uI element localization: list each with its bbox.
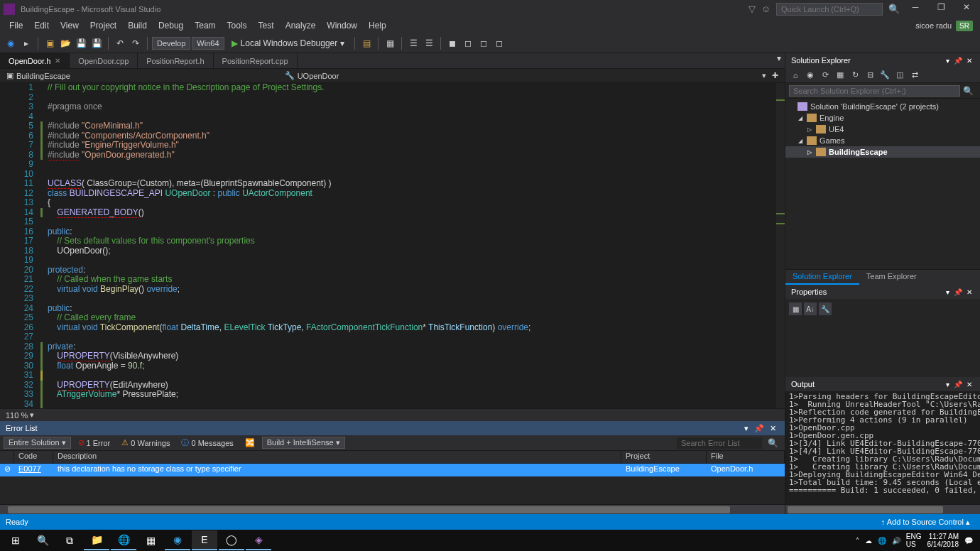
tray-clock[interactable]: 11:27 AM 6/14/2018 [927, 533, 959, 548]
errorlist-search[interactable] [677, 437, 762, 449]
sync-icon[interactable]: ⟳ [819, 69, 832, 82]
toolbar-icon[interactable]: ◻ [461, 36, 475, 50]
panel-pin-button[interactable]: 📌 [952, 381, 964, 388]
nav-back-button[interactable]: ◉ [4, 36, 18, 50]
col-description[interactable]: Description [53, 451, 621, 463]
quick-launch-input[interactable] [776, 3, 883, 16]
menu-test[interactable]: Test [253, 19, 280, 32]
panel-close-button[interactable]: ✕ [767, 424, 779, 433]
chrome-icon[interactable]: 🌐 [111, 530, 136, 550]
start-button[interactable]: ⊞ [3, 530, 28, 550]
col-project[interactable]: Project [621, 451, 707, 463]
messages-filter[interactable]: ⓘ0 Messages [177, 437, 237, 449]
tab-positionreport-h[interactable]: PositionReport.h [138, 53, 213, 68]
build-filter[interactable]: Build + IntelliSense ▾ [262, 437, 345, 449]
filter-icon[interactable]: 🔀 [241, 437, 259, 448]
toolbar-icon[interactable]: ☰ [406, 36, 420, 50]
menu-view[interactable]: View [55, 19, 85, 32]
errorlist-scope[interactable]: Entire Solution ▾ [4, 437, 71, 449]
open-button[interactable]: 📂 [58, 36, 72, 50]
file-explorer-icon[interactable]: 📁 [84, 530, 109, 550]
source-control-button[interactable]: ↑ Add to Source Control ▴ [877, 518, 974, 527]
search-icon[interactable]: 🔍 [960, 86, 976, 96]
col-file[interactable]: File [707, 451, 785, 463]
user-name[interactable]: sicoe radu [915, 21, 952, 30]
show-all-icon[interactable]: ▦ [834, 69, 846, 82]
tab-opendoor-cpp[interactable]: OpenDoor.cpp [70, 53, 138, 68]
menu-tools[interactable]: Tools [222, 19, 253, 32]
refresh-icon[interactable]: ↻ [849, 69, 861, 82]
solution-explorer-header[interactable]: Solution Explorer ▾ 📌 ✕ [785, 53, 980, 67]
alpha-sort-icon[interactable]: A↓ [804, 302, 817, 315]
toolbar-icon[interactable]: ◻ [477, 36, 491, 50]
output-scrollbar[interactable] [785, 504, 980, 514]
ms-store-icon[interactable]: ▦ [138, 530, 163, 550]
home-icon[interactable]: ⌂ [789, 69, 802, 82]
panel-pin-button[interactable]: 📌 [751, 424, 767, 433]
tab-solution-explorer[interactable]: Solution Explorer [785, 270, 859, 285]
tree-buildingescape[interactable]: ▷BuildingEscape [785, 146, 980, 158]
solution-search-input[interactable] [789, 85, 960, 97]
toolbar-icon[interactable]: ◻ [492, 36, 506, 50]
tray-volume-icon[interactable]: 🔊 [892, 537, 900, 545]
breadcrumb-class[interactable]: 🔧 UOpenDoor [282, 71, 342, 80]
col-icon[interactable] [0, 451, 14, 463]
debug-start-button[interactable]: ▶Local Windows Debugger ▾ [226, 37, 351, 50]
redo-button[interactable]: ↷ [129, 36, 143, 50]
new-project-button[interactable]: ▣ [43, 36, 57, 50]
horizontal-scrollbar[interactable] [0, 504, 785, 514]
search-icon[interactable]: 🔍 [888, 4, 900, 14]
notifications-icon[interactable]: ▽ [748, 4, 756, 14]
user-badge[interactable]: SR [956, 21, 973, 31]
tab-team-explorer[interactable]: Team Explorer [859, 270, 924, 285]
menu-window[interactable]: Window [321, 19, 363, 32]
properties-icon[interactable]: 🔧 [878, 69, 891, 82]
menu-file[interactable]: File [4, 19, 28, 32]
tree-games-folder[interactable]: ◢Games [785, 135, 980, 146]
feedback-icon[interactable]: ☺ [761, 4, 771, 14]
categorize-icon[interactable]: ▦ [789, 302, 802, 315]
zoom-dropdown[interactable]: ▾ [28, 410, 36, 420]
panel-dropdown-button[interactable]: ▾ [944, 57, 952, 65]
tab-opendoor-h[interactable]: OpenDoor.h✕ [0, 53, 70, 68]
panel-dropdown-button[interactable]: ▾ [741, 424, 751, 433]
col-code[interactable]: Code [14, 451, 53, 463]
tree-engine-folder[interactable]: ◢Engine [785, 112, 980, 124]
vs-icon[interactable]: ◈ [246, 530, 271, 550]
menu-team[interactable]: Team [189, 19, 221, 32]
menu-edit[interactable]: Edit [28, 19, 55, 32]
minimize-button[interactable]: ─ [905, 2, 925, 16]
panel-close-button[interactable]: ✕ [964, 57, 974, 65]
tree-solution[interactable]: Solution 'BuildingEscape' (2 projects) [785, 101, 980, 112]
panel-close-button[interactable]: ✕ [964, 381, 974, 388]
close-button[interactable]: ✕ [957, 2, 976, 16]
tray-network-icon[interactable]: 🌐 [878, 537, 886, 545]
panel-pin-button[interactable]: 📌 [952, 288, 964, 296]
view-icon[interactable]: ⇄ [908, 69, 921, 82]
toolbar-icon[interactable]: ▤ [359, 36, 374, 50]
breadcrumb-project[interactable]: ▣ BuildingEscape [4, 71, 73, 80]
config-dropdown[interactable]: Develop [152, 37, 190, 50]
collapse-icon[interactable]: ⊟ [864, 69, 876, 82]
split-editor-button[interactable]: ✚ [769, 71, 781, 80]
panel-close-button[interactable]: ✕ [964, 288, 974, 296]
output-header[interactable]: Output ▾ 📌 ✕ [785, 377, 980, 391]
errorlist-header[interactable]: Error List ▾ 📌 ✕ [0, 421, 785, 435]
nav-fwd-button[interactable]: ▸ [19, 36, 33, 50]
save-button[interactable]: 💾 [74, 36, 88, 50]
close-icon[interactable]: ✕ [55, 57, 60, 65]
menu-help[interactable]: Help [363, 19, 392, 32]
undo-button[interactable]: ↶ [113, 36, 127, 50]
maximize-button[interactable]: ❐ [931, 2, 951, 16]
properties-header[interactable]: Properties ▾ 📌 ✕ [785, 285, 980, 299]
wrench-icon[interactable]: 🔧 [819, 302, 832, 315]
task-view-button[interactable]: ⧉ [57, 530, 82, 550]
tab-positionreport-cpp[interactable]: PositionReport.cpp [214, 53, 298, 68]
tree-ue4[interactable]: ▷UE4 [785, 124, 980, 135]
search-button[interactable]: 🔍 [30, 530, 55, 550]
zoom-level[interactable]: 110 % [6, 411, 28, 420]
menu-build[interactable]: Build [122, 19, 153, 32]
tray-notifications-icon[interactable]: 💬 [964, 537, 973, 545]
errors-filter[interactable]: ⊘1 Error [74, 437, 115, 448]
back-icon[interactable]: ◉ [804, 69, 817, 82]
